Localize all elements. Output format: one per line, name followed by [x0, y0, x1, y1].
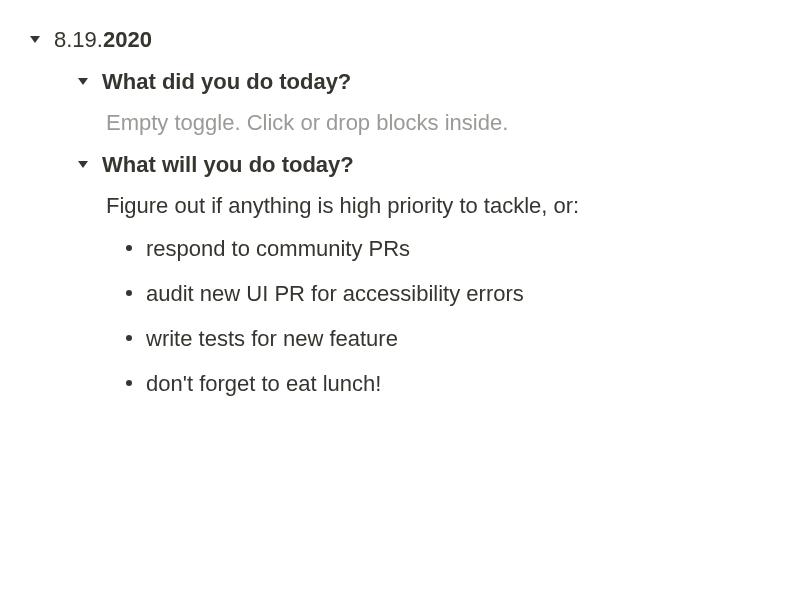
svg-marker-0 [30, 36, 40, 43]
list-item-text: don't forget to eat lunch! [146, 367, 776, 400]
bullet-icon [126, 380, 132, 386]
chevron-down-icon[interactable] [24, 28, 46, 50]
list-item-text: respond to community PRs [146, 232, 776, 265]
did-today-toggle[interactable]: What did you do today? [72, 60, 776, 102]
date-prefix: 8.19. [54, 27, 103, 52]
list-item-text: write tests for new feature [146, 322, 776, 355]
did-today-children[interactable]: Empty toggle. Click or drop blocks insid… [106, 102, 776, 143]
date-children: What did you do today? Empty toggle. Cli… [72, 60, 776, 406]
list-item: don't forget to eat lunch! [106, 361, 776, 406]
date-year: 2020 [103, 27, 152, 52]
bullet-icon [126, 290, 132, 296]
svg-marker-2 [78, 161, 88, 168]
date-toggle[interactable]: 8.19.2020 [24, 18, 776, 60]
will-today-heading: What will you do today? [102, 147, 354, 181]
bullet-icon [126, 245, 132, 251]
empty-toggle-placeholder[interactable]: Empty toggle. Click or drop blocks insid… [106, 102, 776, 143]
list-item: audit new UI PR for accessibility errors [106, 271, 776, 316]
list-item: respond to community PRs [106, 226, 776, 271]
did-today-heading: What did you do today? [102, 64, 351, 98]
will-today-children: Figure out if anything is high priority … [106, 185, 776, 406]
will-today-bullets: respond to community PRs audit new UI PR… [106, 226, 776, 406]
chevron-down-icon[interactable] [72, 70, 94, 92]
list-item-text: audit new UI PR for accessibility errors [146, 277, 776, 310]
will-today-toggle[interactable]: What will you do today? [72, 143, 776, 185]
bullet-icon [126, 335, 132, 341]
svg-marker-1 [78, 78, 88, 85]
date-label: 8.19.2020 [54, 22, 152, 56]
chevron-down-icon[interactable] [72, 153, 94, 175]
will-today-intro: Figure out if anything is high priority … [106, 185, 776, 226]
list-item: write tests for new feature [106, 316, 776, 361]
